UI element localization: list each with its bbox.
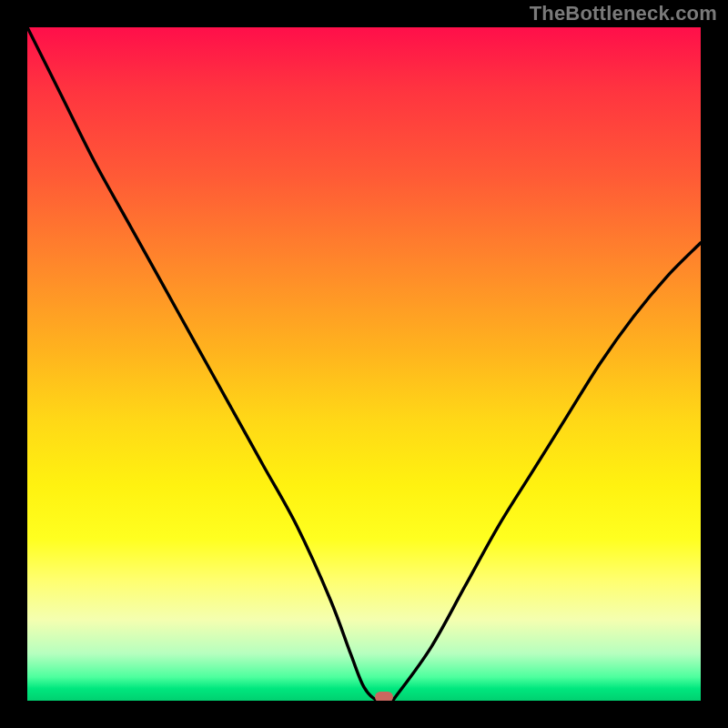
chart-frame: TheBottleneck.com [0, 0, 728, 728]
plot-area [27, 27, 701, 701]
minimum-marker [375, 692, 393, 701]
bottleneck-curve [27, 27, 701, 701]
curve-path [27, 27, 701, 701]
attribution-text: TheBottleneck.com [530, 2, 717, 25]
